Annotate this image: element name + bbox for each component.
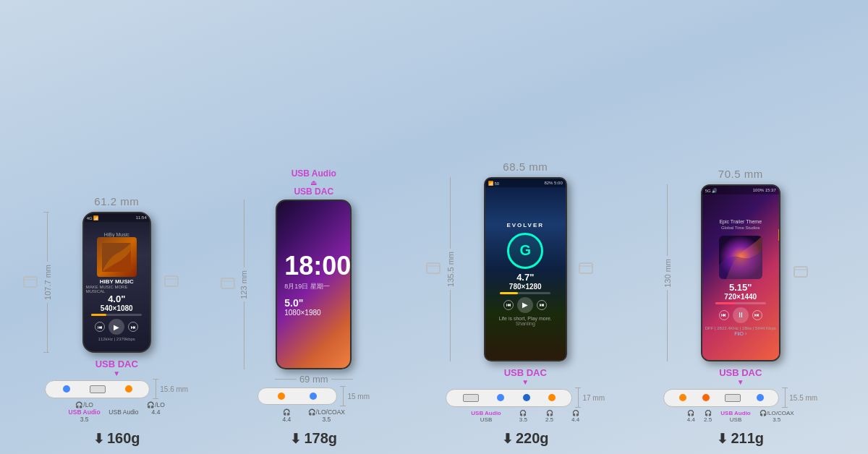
weight-icon-4: ⬇: [717, 431, 728, 447]
height-label-3: 17 mm: [582, 394, 605, 402]
weight-icon-1: ⬇: [93, 431, 104, 447]
port-dot-blue-4: [757, 394, 764, 401]
transport-1: ⏮ ▶ ⏭: [95, 319, 138, 335]
status-bar-4: 5G 🔊100% 15:37: [702, 186, 779, 194]
side-btn-right-1: [150, 248, 151, 260]
play-btn-1[interactable]: ▶: [109, 319, 124, 335]
weight-4: ⬇ 211g: [717, 430, 764, 447]
height-label-2: 15 mm: [347, 393, 370, 401]
transport-3: ⏮ ▶ ⏭: [503, 297, 547, 313]
usb-dac-label-1: USB DAC ▼: [95, 359, 138, 377]
device4-phone-wrapper: 130 mm 5G 🔊100% 15:37 Epic Trailer Theme…: [701, 184, 780, 361]
screen-res-4: 720×1440: [724, 293, 757, 301]
side-btn-right-2: [350, 243, 352, 254]
dim-top-4: 70.5 mm: [718, 168, 763, 180]
device3-phone-wrapper: 135.5 mm 📶 5082% 5:00 EVOLVER G: [484, 177, 567, 361]
status-bar-1: 4G 📶11:54: [84, 213, 150, 222]
progress-1: [91, 314, 142, 316]
connector-box-4: [663, 389, 779, 407]
next-btn-1[interactable]: ⏭: [128, 322, 138, 332]
phone-frame-4: 5G 🔊100% 15:37 Epic Trailer Theme Global…: [701, 184, 780, 361]
port-label-usb-1: USB Audio: [109, 408, 138, 423]
connector-row-1: 15.6 mm: [45, 379, 188, 399]
card-icon-right-4: [793, 266, 808, 280]
screen-bitrate-4: DFF | 2822.4KHz | 1Bits | 5644 Kbps: [705, 326, 776, 330]
connector-box-1: [45, 380, 150, 398]
port-label-usb-4: USB Audio USB: [720, 410, 750, 423]
port-dot-blue2-3: [523, 394, 530, 401]
svg-rect-7: [427, 263, 440, 273]
port-dot-orange-1: [125, 385, 132, 393]
usb-port-1: [90, 385, 106, 393]
dim-top-3: 68.5 mm: [503, 160, 548, 173]
album-art-1: [97, 237, 137, 277]
weight-1: ⬇ 160g: [93, 430, 140, 447]
connector-box-3: [446, 389, 572, 407]
screen-player-3: EVOLVER G 4.7" 780×1280 ⏮ ▶ ⏭ Life is sh…: [485, 187, 566, 360]
port-labels-4: 🎧 4.4 🎧 2.5 USB Audio USB 🎧/LO/COAX 3.5: [683, 410, 799, 423]
main-container: 61.2 mm 107.7 mm 4G 📶11: [0, 0, 868, 454]
prev-btn-3[interactable]: ⏮: [503, 300, 514, 310]
usb-floating-top-2: USB Audio ⏏ USB DAC: [292, 168, 336, 197]
port-labels-3: USB Audio USB 🎧 3.5 🎧 2.5 🎧 4.4: [462, 410, 589, 423]
weight-2: ⬇ 178g: [290, 430, 337, 447]
height-bracket-2: [340, 386, 346, 406]
play-btn-4[interactable]: ⏸: [733, 307, 749, 323]
screen-size-2: 5.0": [284, 297, 303, 309]
port-dot-blue-1: [63, 385, 70, 393]
usb-dac-label-4: USB DAC ▼: [719, 367, 762, 386]
port-label-44-3: 🎧 4.4: [571, 410, 579, 423]
height-label-4: 15.5 mm: [789, 394, 817, 402]
screen-size-4: 5.15": [729, 282, 752, 293]
progress-fill-4: [715, 302, 736, 304]
progress-4: [715, 302, 766, 304]
port-label-44-4: 🎧 4.4: [687, 410, 695, 423]
screen-sub-text-1: MAKE MUSIC MORE MUSICAL: [86, 285, 148, 294]
device1-phone-wrapper: 107.7 mm 4G 📶11:54 HiBy Music: [82, 212, 151, 353]
port-dot-blue1-3: [497, 394, 504, 401]
usb-port-4: [725, 394, 741, 402]
screen-bitrate-1: 112kHz | 2379kbps: [98, 337, 135, 341]
port-dot-orange-3: [548, 394, 556, 401]
side-btn-left-2: [276, 234, 277, 249]
screen-player-2: 18:00 8月19日 星期一 5.0" 1080×1980: [277, 201, 350, 368]
status-bar-3: 📶 5082% 5:00: [485, 179, 566, 187]
phone-frame-2: 18:00 8月19日 星期一 5.0" 1080×1980: [276, 200, 352, 369]
port-label-25-4: 🎧 2.5: [704, 410, 712, 423]
device-column-4: 70.5 mm 130 mm 5G 🔊100% 15:37: [658, 168, 824, 447]
device-column-1: 61.2 mm 107.7 mm 4G 📶11: [44, 195, 189, 447]
port-label-35-1: 🎧/LO USB Audio 3.5: [69, 401, 101, 423]
screen-label-3: Shanling: [516, 321, 535, 326]
port-label-25-3: 🎧 2.5: [545, 410, 553, 423]
screen-size-1: 4.0": [108, 294, 125, 304]
port-label-35-4: 🎧/LO/COAX 3.5: [760, 410, 794, 423]
usb-port-3: [463, 394, 479, 402]
screen-sub-1: HiBy Music: [104, 232, 129, 237]
dim-side-4: 130 mm: [663, 184, 672, 361]
port-labels-1: 🎧/LO USB Audio 3.5 USB Audio 🎧/LO 4.4: [64, 401, 169, 423]
port-dot-orange-2: [278, 393, 285, 400]
phone-frame-3: 📶 5082% 5:00 EVOLVER G 4.7" 780×1280 ⏮ ▶: [484, 177, 567, 361]
next-btn-4[interactable]: ⏭: [752, 310, 762, 320]
card-icon-left-2: [221, 278, 235, 292]
prev-btn-4[interactable]: ⏮: [719, 310, 729, 320]
svg-rect-3: [165, 276, 178, 286]
screen-track-4: Epic Trailer Theme: [719, 219, 762, 224]
port-dot-blue-2: [310, 393, 317, 400]
screen-res-3: 780×1280: [509, 283, 542, 291]
port-dot-orange-4: [679, 394, 686, 401]
height-bracket-1: [153, 379, 158, 399]
screen-date-2: 8月19日 星期一: [284, 282, 330, 291]
prev-btn-1[interactable]: ⏮: [95, 322, 105, 332]
dim-side-1: 107.7 mm: [43, 212, 52, 353]
screen-time-2: 18:00: [284, 253, 351, 279]
progress-fill-3: [500, 292, 518, 294]
play-btn-3[interactable]: ▶: [517, 297, 533, 313]
port-usb-audio-label-1: USB Audio: [69, 408, 101, 416]
height-bracket-4: [782, 387, 788, 408]
svg-rect-9: [579, 263, 592, 273]
device-column-3: 68.5 mm 135.5 mm 📶 5082% 5:00: [438, 160, 612, 447]
connector-row-2: 15 mm: [258, 386, 370, 406]
height-bracket-3: [575, 387, 581, 408]
next-btn-3[interactable]: ⏭: [537, 300, 547, 310]
